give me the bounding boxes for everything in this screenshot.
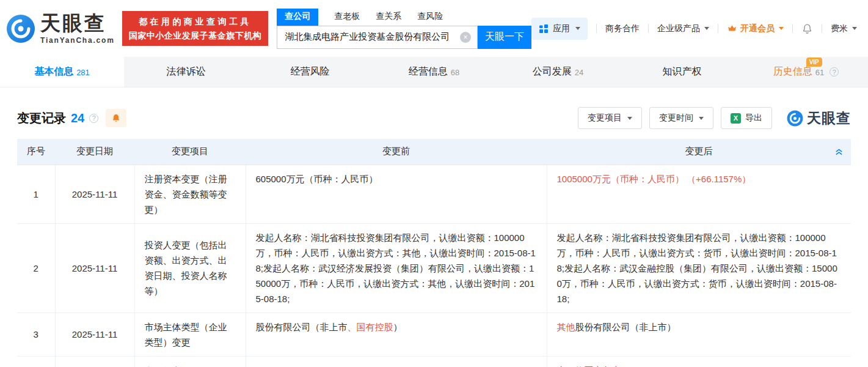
divider	[648, 24, 649, 33]
tianyancha-logo[interactable]: 天眼查 TianYanCha.com	[6, 13, 115, 45]
search-tab-label: 查风险	[417, 11, 443, 21]
section-count: 24	[71, 111, 84, 125]
nav-tab-labelwrap: 历史信息 VIP	[773, 65, 812, 78]
nav-tab-label: 公司发展	[533, 66, 572, 76]
search-tabs: 查公司 查老板 查关系 查风险	[277, 9, 531, 26]
changed-text: 章程修正案备案	[557, 365, 621, 367]
nav-tab-labelwrap: 知识产权	[663, 65, 702, 78]
search-tab[interactable]: 查风险	[417, 9, 443, 26]
nav-tab-label: 法律诉讼	[167, 66, 206, 76]
nav-tab[interactable]: 法律诉讼	[124, 57, 248, 87]
search-tab-label: 查老板	[334, 11, 360, 21]
nav-tab-label: 历史信息	[773, 66, 812, 76]
search-input[interactable]	[283, 31, 460, 43]
logo-title: 天眼查	[40, 13, 115, 33]
table-row: 22025-11-11投资人变更（包括出资额、出资方式、出资日期、投资人名称等）…	[17, 223, 851, 313]
nav-tab-label: 基本信息	[34, 66, 73, 76]
cell-date: 2025-11-11	[55, 223, 134, 313]
notifications-button[interactable]	[801, 23, 813, 34]
nav-tab-label: 知识产权	[663, 66, 702, 76]
logo-domain: TianYanCha.com	[40, 36, 115, 45]
divider	[822, 24, 822, 33]
cell-text: 股份有限公司（非上市	[256, 322, 348, 332]
cell-before: 股份有限公司（非上市、国有控股）	[246, 313, 547, 356]
cell-date: 2025-11-11	[55, 165, 134, 223]
bell-icon	[801, 23, 813, 34]
filter-change-item-label: 变更项目	[588, 113, 622, 124]
logo-text: 天眼查 TianYanCha.com	[40, 13, 115, 45]
search-bar: 天眼一下	[277, 26, 531, 49]
cell-after: 其他股份有限公司（非上市）	[547, 313, 851, 356]
nav-tab[interactable]: 经营信息 68	[372, 57, 496, 87]
change-records-header: 变更记录 24 变更项目 变更时间 导出	[17, 87, 851, 130]
cell-item: 投资人变更（包括出资额、出资方式、出资日期、投资人名称等）	[134, 223, 246, 313]
cell-item: 市场主体类型（企业类型）变更	[134, 313, 246, 356]
nav-tab-labelwrap: 经营风险	[291, 65, 330, 78]
cooperation-link[interactable]: 商务合作	[605, 23, 640, 34]
cell-no: 4	[17, 356, 55, 367]
cell-no: 3	[17, 313, 55, 356]
changed-text: 其他	[557, 322, 575, 332]
divider	[718, 24, 718, 33]
clear-icon[interactable]	[460, 32, 471, 43]
help-icon[interactable]	[89, 114, 98, 123]
cell-item: 章程备案	[134, 356, 246, 367]
nav-tab[interactable]: 基本信息 281	[0, 57, 124, 87]
filter-change-item-button[interactable]: 变更项目	[578, 107, 642, 129]
tianyancha-logo-icon	[6, 14, 35, 43]
username: 费米	[831, 23, 848, 34]
nav-tab-labelwrap: 公司发展	[533, 65, 572, 78]
divider	[792, 24, 793, 33]
search-tab[interactable]: 查老板	[334, 9, 360, 26]
search-field	[277, 26, 478, 49]
topbar-right: 应用 商务合作 企业级产品 开通会员 费米	[531, 18, 868, 40]
header-date: 变更日期	[55, 139, 134, 165]
watermark-text: 天眼查	[807, 109, 851, 128]
chevron-down-icon	[704, 27, 709, 30]
nav-tab[interactable]: 历史信息 VIP 61	[744, 57, 868, 87]
cell-before: 发起人名称：湖北省科技投资集团有限公司，认缴出资额：100000万，币种：人民币…	[246, 223, 547, 313]
search-button[interactable]: 天眼一下	[478, 26, 531, 49]
header-after: 变更后	[547, 139, 851, 165]
nav-tab[interactable]: 公司发展 24	[496, 57, 620, 87]
nav-tab-count: 68	[451, 68, 459, 77]
site-header: 天眼查 TianYanCha.com 都在用的商业查询工具 国家中小企业发展子基…	[0, 0, 868, 57]
nav-tab[interactable]: 经营风险	[248, 57, 372, 87]
nav-tab-labelwrap: 经营信息	[409, 65, 448, 78]
monitor-bell-button[interactable]	[106, 109, 126, 127]
slogan-line1: 都在用的商业查询工具	[129, 15, 262, 28]
cell-before: -	[246, 356, 547, 367]
header-actions: 变更项目 变更时间 导出 天眼查	[578, 107, 851, 129]
divider	[596, 24, 597, 33]
export-button[interactable]: 导出	[721, 107, 772, 129]
user-menu[interactable]: 费米	[831, 23, 857, 34]
chevron-down-icon	[575, 27, 580, 30]
cell-text: 发起人名称：湖北省科技投资集团有限公司，认缴出资额：100000万，币种：人民币…	[557, 232, 837, 304]
nav-tab-count: 24	[575, 68, 583, 77]
vip-badge: VIP	[806, 57, 822, 67]
help-icon	[830, 67, 839, 76]
nav-tab-count: 281	[76, 68, 90, 77]
chevron-down-icon	[699, 117, 704, 120]
cell-date: 2025-11-11	[55, 313, 134, 356]
cell-text: ）	[393, 322, 403, 332]
table-head: 序号 变更日期 变更项目 变更前 变更后	[17, 139, 851, 165]
collapse-icon[interactable]	[834, 147, 844, 156]
filter-change-time-button[interactable]: 变更时间	[649, 107, 713, 129]
cell-text: -	[256, 365, 259, 367]
enterprise-link[interactable]: 企业级产品	[657, 23, 709, 34]
apps-button[interactable]: 应用	[531, 18, 588, 40]
bell-icon	[111, 113, 121, 123]
cell-no: 1	[17, 165, 55, 223]
nav-tab-labelwrap: 法律诉讼	[167, 65, 206, 78]
cell-before: 605000万元（币种：人民币）	[246, 165, 547, 223]
slogan-line2: 国家中小企业发展子基金旗下机构	[129, 29, 262, 42]
cell-date: 2025-11-11	[55, 356, 134, 367]
brand-slogan: 都在用的商业查询工具 国家中小企业发展子基金旗下机构	[122, 11, 269, 46]
vip-link[interactable]: 开通会员	[727, 23, 784, 34]
cell-after: 发起人名称：湖北省科技投资集团有限公司，认缴出资额：100000万，币种：人民币…	[547, 223, 851, 313]
cell-after: 章程修正案备案	[547, 356, 851, 367]
search-tab[interactable]: 查公司	[277, 9, 318, 26]
nav-tab[interactable]: 知识产权	[620, 57, 744, 87]
search-tab[interactable]: 查关系	[376, 9, 401, 26]
